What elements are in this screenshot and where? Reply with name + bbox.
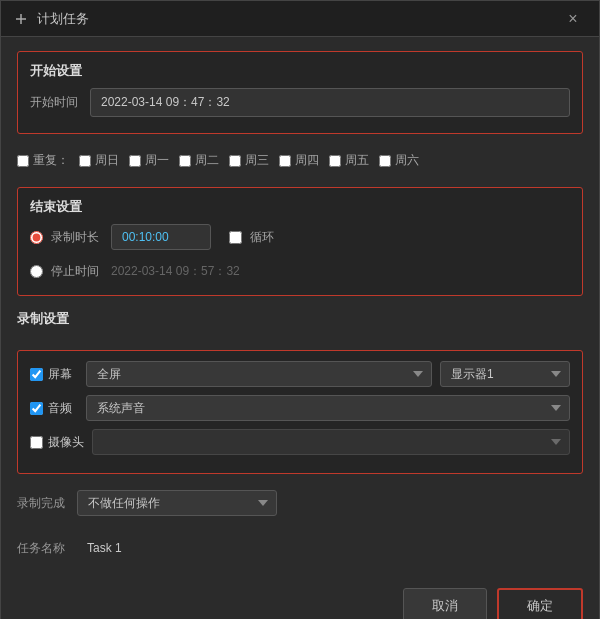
duration-label: 录制时长 bbox=[51, 229, 103, 246]
screen-checkbox-label: 屏幕 bbox=[48, 366, 72, 383]
audio-checkbox-input[interactable] bbox=[30, 402, 43, 415]
complete-row: 录制完成 不做任何操作 关闭程序 关机 bbox=[17, 486, 583, 520]
day-fri-checkbox[interactable]: 周五 bbox=[329, 152, 369, 169]
duration-radio-row: 录制时长 00:10:00 循环 bbox=[30, 224, 570, 250]
start-time-label: 开始时间 bbox=[30, 94, 82, 111]
day-fri-label: 周五 bbox=[345, 152, 369, 169]
camera-select[interactable] bbox=[92, 429, 570, 455]
duration-value[interactable]: 00:10:00 bbox=[111, 224, 211, 250]
task-name-label: 任务名称 bbox=[17, 540, 69, 557]
start-section-title: 开始设置 bbox=[30, 62, 570, 80]
screen-checkbox-input[interactable] bbox=[30, 368, 43, 381]
day-sat-input[interactable] bbox=[379, 155, 391, 167]
cancel-button[interactable]: 取消 bbox=[403, 588, 487, 619]
audio-checkbox-wrap: 音频 bbox=[30, 400, 78, 417]
day-fri-input[interactable] bbox=[329, 155, 341, 167]
day-mon-label: 周一 bbox=[145, 152, 169, 169]
start-time-row: 开始时间 2022-03-14 09：47：32 bbox=[30, 88, 570, 117]
day-wed-label: 周三 bbox=[245, 152, 269, 169]
stop-time-radio-row: 停止时间 2022-03-14 09：57：32 bbox=[30, 258, 570, 285]
camera-checkbox-wrap: 摄像头 bbox=[30, 434, 84, 451]
day-mon-checkbox[interactable]: 周一 bbox=[129, 152, 169, 169]
day-tue-label: 周二 bbox=[195, 152, 219, 169]
record-section-title: 录制设置 bbox=[17, 310, 583, 328]
end-settings-section: 结束设置 录制时长 00:10:00 循环 停止时间 2022-03-14 09… bbox=[17, 187, 583, 296]
day-tue-input[interactable] bbox=[179, 155, 191, 167]
audio-checkbox-label: 音频 bbox=[48, 400, 72, 417]
record-settings-section: 屏幕 全屏 自定义 显示器1 显示器2 音频 系统声音 bbox=[17, 350, 583, 474]
dialog-title: 计划任务 bbox=[37, 10, 89, 28]
day-sun-input[interactable] bbox=[79, 155, 91, 167]
complete-label: 录制完成 bbox=[17, 495, 69, 512]
day-tue-checkbox[interactable]: 周二 bbox=[179, 152, 219, 169]
start-time-value[interactable]: 2022-03-14 09：47：32 bbox=[90, 88, 570, 117]
task-name-row: 任务名称 Task 1 bbox=[17, 532, 583, 564]
duration-radio[interactable] bbox=[30, 231, 43, 244]
day-sat-label: 周六 bbox=[395, 152, 419, 169]
camera-checkbox-label: 摄像头 bbox=[48, 434, 84, 451]
day-mon-input[interactable] bbox=[129, 155, 141, 167]
dialog-content: 开始设置 开始时间 2022-03-14 09：47：32 重复： 周日 周一 bbox=[1, 37, 599, 578]
day-sat-checkbox[interactable]: 周六 bbox=[379, 152, 419, 169]
day-sun-checkbox[interactable]: 周日 bbox=[79, 152, 119, 169]
ok-button[interactable]: 确定 bbox=[497, 588, 583, 619]
complete-select[interactable]: 不做任何操作 关闭程序 关机 bbox=[77, 490, 277, 516]
day-thu-label: 周四 bbox=[295, 152, 319, 169]
repeat-row: 重复： 周日 周一 周二 周三 周四 bbox=[17, 146, 583, 175]
day-sun-label: 周日 bbox=[95, 152, 119, 169]
day-wed-input[interactable] bbox=[229, 155, 241, 167]
task-name-value[interactable]: Task 1 bbox=[77, 536, 277, 560]
loop-checkbox-input[interactable] bbox=[229, 231, 242, 244]
loop-label: 循环 bbox=[250, 229, 274, 246]
add-icon bbox=[13, 11, 29, 27]
repeat-checkbox[interactable]: 重复： bbox=[17, 152, 69, 169]
day-wed-checkbox[interactable]: 周三 bbox=[229, 152, 269, 169]
end-options-group: 录制时长 00:10:00 循环 停止时间 2022-03-14 09：57：3… bbox=[30, 224, 570, 285]
loop-checkbox-wrap: 循环 bbox=[229, 229, 274, 246]
title-bar: 计划任务 × bbox=[1, 1, 599, 37]
monitor-select[interactable]: 显示器1 显示器2 bbox=[440, 361, 570, 387]
repeat-checkbox-input[interactable] bbox=[17, 155, 29, 167]
close-button[interactable]: × bbox=[559, 5, 587, 33]
day-thu-checkbox[interactable]: 周四 bbox=[279, 152, 319, 169]
screen-row: 屏幕 全屏 自定义 显示器1 显示器2 bbox=[30, 361, 570, 387]
stop-time-radio[interactable] bbox=[30, 265, 43, 278]
camera-row: 摄像头 bbox=[30, 429, 570, 455]
stop-time-value: 2022-03-14 09：57：32 bbox=[111, 258, 240, 285]
title-bar-left: 计划任务 bbox=[13, 10, 89, 28]
stop-time-label: 停止时间 bbox=[51, 263, 103, 280]
end-section-title: 结束设置 bbox=[30, 198, 570, 216]
repeat-label: 重复： bbox=[33, 152, 69, 169]
record-section-title-wrap: 录制设置 bbox=[17, 308, 583, 338]
start-settings-section: 开始设置 开始时间 2022-03-14 09：47：32 bbox=[17, 51, 583, 134]
day-thu-input[interactable] bbox=[279, 155, 291, 167]
screen-select[interactable]: 全屏 自定义 bbox=[86, 361, 432, 387]
dialog: 计划任务 × 开始设置 开始时间 2022-03-14 09：47：32 重复：… bbox=[0, 0, 600, 619]
audio-select[interactable]: 系统声音 麦克风 无 bbox=[86, 395, 570, 421]
camera-checkbox-input[interactable] bbox=[30, 436, 43, 449]
dialog-footer: 取消 确定 bbox=[1, 578, 599, 619]
audio-row: 音频 系统声音 麦克风 无 bbox=[30, 395, 570, 421]
screen-checkbox-wrap: 屏幕 bbox=[30, 366, 78, 383]
